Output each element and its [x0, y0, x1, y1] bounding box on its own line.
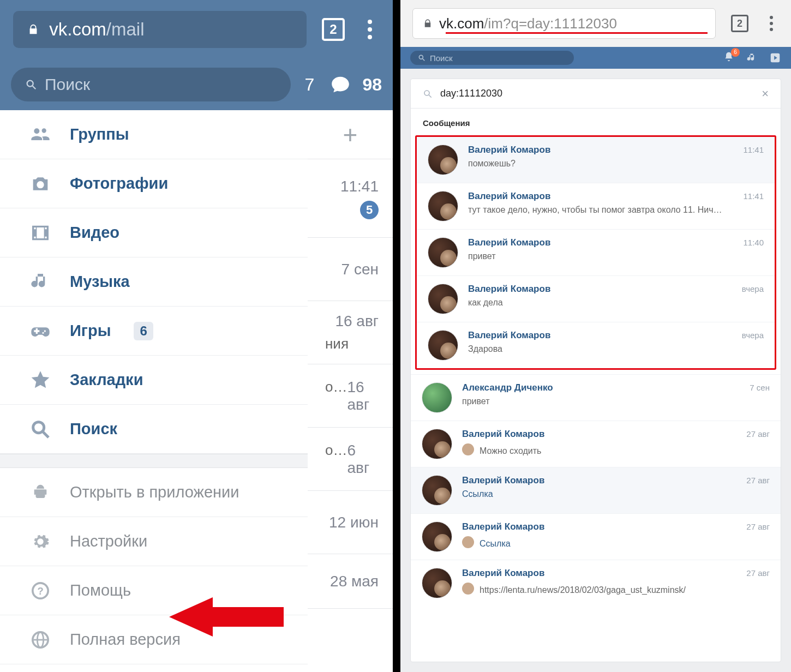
- header-search[interactable]: Поиск: [410, 51, 574, 65]
- url-box[interactable]: vk.com/im?q=day:11112030: [412, 8, 716, 39]
- message-row[interactable]: Александр Диченко7 сенпривет: [411, 374, 781, 421]
- message-sender: Валерий Комаров: [462, 521, 544, 532]
- menu-music[interactable]: Музыка: [0, 257, 308, 307]
- message-time: 27 авг: [746, 429, 770, 439]
- avatar: [422, 429, 452, 459]
- help-icon: ?: [29, 580, 51, 602]
- tabs-button[interactable]: 2: [322, 18, 345, 41]
- menu-games[interactable]: Игры 6: [0, 307, 308, 356]
- mail-row[interactable]: 11:41 5: [308, 159, 393, 238]
- menu-label: Музыка: [70, 273, 130, 291]
- notifications-button[interactable]: 6: [723, 51, 734, 65]
- lock-icon: [423, 19, 433, 28]
- notification-badge: 6: [731, 48, 740, 57]
- menu-bookmarks[interactable]: Закладки: [0, 356, 308, 405]
- message-text: тут такое дело, нужно, чтобы ты помог за…: [468, 205, 764, 215]
- menu-search[interactable]: Поиск: [0, 405, 308, 454]
- mail-row[interactable]: о… 6 авг: [308, 428, 393, 491]
- message-text: https://lenta.ru/news/2018/02/03/gaga_us…: [480, 585, 686, 595]
- message-sender: Валерий Комаров: [468, 145, 550, 155]
- mail-fragment: о…: [322, 442, 347, 459]
- menu-video[interactable]: Видео: [0, 208, 308, 257]
- avatar: [428, 237, 458, 268]
- url-path: /mail: [106, 19, 145, 40]
- games-badge: 6: [134, 322, 153, 340]
- menu-full-version[interactable]: Полная версия: [0, 615, 308, 664]
- new-message-button[interactable]: +: [308, 110, 393, 159]
- menu-label: Открыть в приложении: [70, 483, 239, 501]
- section-title: Сообщения: [411, 109, 781, 135]
- message-row[interactable]: Валерий Комаров27 авгhttps://lenta.ru/ne…: [411, 560, 781, 606]
- messages-count[interactable]: 98: [362, 75, 382, 95]
- sidebar-menu: Группы Фотографии Видео Музыка Игры: [0, 110, 308, 672]
- mail-row[interactable]: 28 мая: [308, 554, 393, 609]
- message-row[interactable]: Валерий КомароввчераЗдарова: [417, 322, 775, 368]
- unread-badge: 5: [360, 201, 379, 219]
- search-placeholder: Поиск: [45, 75, 90, 94]
- phone-desktop-search: vk.com/im?q=day:11112030 2 Поиск 6: [400, 0, 791, 672]
- messages-icon[interactable]: [328, 74, 352, 95]
- mini-avatar: [462, 443, 474, 455]
- mail-date: 16 авг: [335, 313, 379, 330]
- browser-menu-icon[interactable]: [764, 16, 779, 31]
- star-icon: [29, 369, 51, 391]
- groups-icon: [29, 124, 51, 146]
- message-sender: Валерий Комаров: [468, 237, 550, 248]
- menu-label: Игры: [70, 322, 111, 340]
- menu-logout[interactable]: Выход: [0, 664, 308, 672]
- message-row[interactable]: Валерий Комаров27 авгСсылка: [411, 467, 781, 513]
- menu-photos[interactable]: Фотографии: [0, 159, 308, 208]
- mail-fragment: о…: [322, 379, 347, 395]
- mail-date: 11:41: [340, 178, 379, 195]
- message-row[interactable]: Валерий Комаров11:41тут такое дело, нужн…: [417, 183, 775, 229]
- play-icon[interactable]: [769, 52, 781, 64]
- menu-label: Настройки: [70, 532, 147, 550]
- message-time: 27 авг: [746, 476, 770, 485]
- video-icon: [29, 222, 51, 244]
- messages-search-input[interactable]: [440, 88, 754, 99]
- annotation-highlight-box: Валерий Комаров11:41поможешь?Валерий Ком…: [415, 135, 776, 370]
- search-placeholder: Поиск: [430, 53, 453, 63]
- avatar: [422, 475, 452, 506]
- avatar: [428, 284, 458, 314]
- message-row[interactable]: Валерий Комаров27 авгСсылка: [411, 513, 781, 560]
- url-box[interactable]: vk.com/mail: [13, 11, 307, 48]
- message-sender: Александр Диченко: [462, 382, 553, 393]
- browser-menu-icon[interactable]: [360, 20, 380, 39]
- lock-icon: [27, 23, 39, 35]
- menu-help[interactable]: ? Помощь: [0, 566, 308, 615]
- globe-icon: [29, 629, 51, 651]
- message-row[interactable]: Валерий Комаров11:40привет: [417, 229, 775, 275]
- message-text: Можно сходить: [480, 446, 541, 456]
- menu-label: Поиск: [70, 420, 117, 438]
- menu-settings[interactable]: Настройки: [0, 517, 308, 566]
- mail-row[interactable]: 12 июн: [308, 491, 393, 554]
- svg-line-1: [33, 86, 36, 89]
- music-icon[interactable]: [746, 52, 757, 63]
- mail-row[interactable]: о… 16 авг: [308, 364, 393, 428]
- message-text: поможешь?: [468, 159, 764, 169]
- search-input[interactable]: Поиск: [11, 68, 291, 101]
- mail-fragment: ния: [322, 335, 349, 352]
- tab-count: 2: [737, 18, 742, 29]
- menu-open-app[interactable]: Открыть в приложении: [0, 468, 308, 517]
- tabs-button[interactable]: 2: [731, 15, 748, 32]
- message-row[interactable]: Валерий Комароввчеракак дела: [417, 275, 775, 322]
- clear-search-button[interactable]: ×: [762, 87, 769, 101]
- friends-counter[interactable]: 7: [301, 75, 319, 95]
- message-row[interactable]: Валерий Комаров27 авгМожно сходить: [411, 421, 781, 467]
- message-text: Ссылка: [480, 539, 511, 549]
- message-row[interactable]: Валерий Комаров11:41поможешь?: [417, 137, 775, 183]
- mail-row[interactable]: 7 сен: [308, 238, 393, 301]
- mail-row[interactable]: 16 авг ния: [308, 301, 393, 364]
- message-time: 11:40: [743, 238, 764, 247]
- mail-date: 12 июн: [329, 514, 379, 531]
- message-sender: Валерий Комаров: [468, 284, 550, 295]
- menu-label: Группы: [70, 125, 129, 143]
- menu-groups[interactable]: Группы: [0, 110, 308, 159]
- message-time: 11:41: [743, 191, 764, 201]
- mail-date: 7 сен: [341, 261, 379, 278]
- avatar: [422, 382, 452, 413]
- message-text: Здарова: [468, 344, 764, 354]
- avatar: [428, 191, 458, 221]
